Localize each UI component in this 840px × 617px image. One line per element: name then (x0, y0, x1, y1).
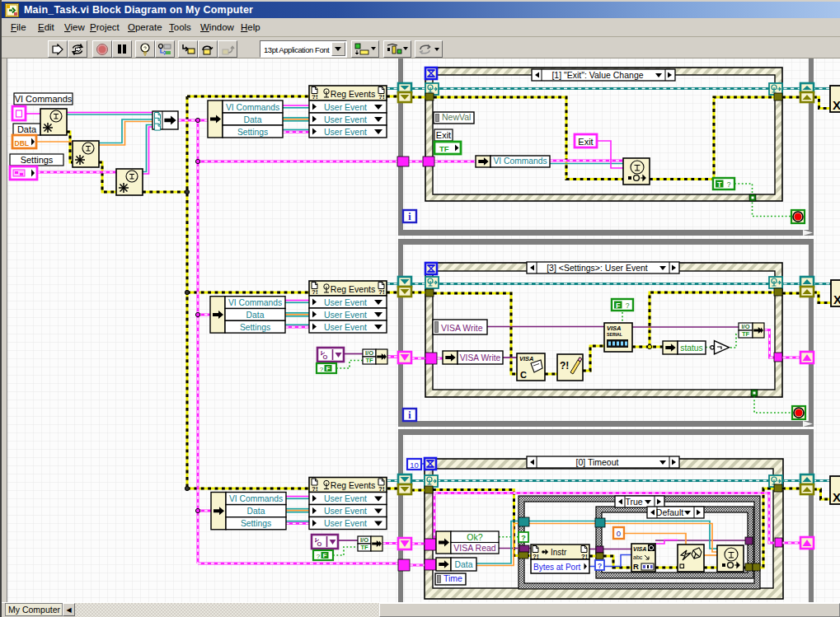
svg-text:?!: ?! (378, 485, 385, 493)
svg-text:User Event: User Event (324, 310, 367, 320)
svg-text:T: T (717, 180, 722, 189)
svg-text:TF: TF (439, 144, 449, 153)
svg-text:User Event: User Event (324, 127, 367, 137)
svg-text:True: True (625, 497, 642, 507)
svg-text:?: ? (727, 180, 731, 189)
svg-text:F: F (616, 301, 621, 310)
svg-text:?!: ?! (560, 360, 569, 372)
svg-text:VI Commands: VI Commands (15, 94, 73, 104)
svg-text:Data: Data (247, 507, 265, 516)
svg-text:Settings: Settings (21, 155, 54, 165)
svg-text:O: O (317, 540, 322, 548)
svg-text:10: 10 (410, 460, 419, 470)
svg-text:Instr: Instr (551, 548, 567, 557)
svg-text:Bytes at Port: Bytes at Port (533, 563, 580, 572)
svg-text:C: C (520, 370, 527, 380)
svg-text:?!: ?! (312, 485, 318, 493)
svg-text:X: X (833, 98, 840, 112)
svg-text:Time: Time (443, 573, 462, 583)
svg-text:Data: Data (244, 115, 262, 124)
svg-text:?!: ?! (581, 553, 588, 560)
svg-text:Settings: Settings (237, 128, 268, 137)
svg-text:Reg Events: Reg Events (331, 284, 375, 294)
svg-text:?: ? (598, 562, 603, 570)
svg-text:I/O: I/O (360, 536, 368, 544)
svg-text:Exit: Exit (436, 130, 451, 140)
svg-text:0: 0 (617, 529, 621, 538)
svg-text:VISA Write: VISA Write (460, 353, 501, 362)
svg-text:TF: TF (360, 544, 368, 551)
svg-text:NewVal: NewVal (442, 112, 471, 122)
svg-text:User Event: User Event (324, 493, 367, 503)
svg-text:I/O: I/O (365, 349, 373, 357)
svg-text:User Event: User Event (324, 518, 367, 528)
svg-text:TF: TF (365, 357, 373, 364)
svg-text:DBL: DBL (15, 139, 29, 147)
svg-text:Settings: Settings (241, 519, 271, 528)
svg-text:VISA: VISA (607, 325, 622, 332)
svg-text:I/O: I/O (741, 323, 749, 330)
svg-text:?!: ?! (312, 288, 318, 296)
svg-text:Exit: Exit (578, 137, 593, 147)
svg-text:?!: ?! (378, 93, 385, 100)
svg-text:TF: TF (742, 330, 750, 338)
svg-text:Ok?: Ok? (467, 532, 482, 542)
svg-text:[1] "Exit": Value Change: [1] "Exit": Value Change (551, 70, 643, 80)
svg-text:VI Commands: VI Commands (493, 157, 547, 166)
svg-text:VISA: VISA (519, 355, 534, 362)
svg-text:VI Commands: VI Commands (228, 298, 282, 307)
svg-text:User Event: User Event (324, 506, 367, 516)
svg-text:F: F (326, 365, 331, 372)
svg-text:X: X (833, 490, 840, 504)
svg-text:Data: Data (246, 311, 265, 320)
svg-text:?!: ?! (533, 553, 539, 560)
svg-text:User Event: User Event (324, 102, 367, 112)
svg-text:?: ? (521, 534, 526, 542)
svg-text:?: ? (320, 366, 324, 373)
svg-text:Data: Data (17, 124, 37, 134)
svg-text:O: O (323, 353, 328, 361)
svg-text:?!: ?! (312, 93, 318, 100)
svg-text:VISA Read: VISA Read (453, 543, 496, 553)
svg-text:[0] Timeout: [0] Timeout (576, 457, 619, 467)
svg-text:Settings: Settings (240, 323, 270, 332)
svg-text:status: status (680, 344, 702, 353)
svg-text:X: X (833, 292, 840, 306)
svg-text:R: R (633, 562, 639, 571)
svg-text:User Event: User Event (324, 322, 367, 332)
svg-text:Reg Events: Reg Events (331, 89, 375, 99)
svg-text:F: F (323, 552, 327, 559)
svg-text:VI Commands: VI Commands (226, 103, 279, 112)
svg-text:User Event: User Event (324, 115, 367, 124)
svg-text:[3] <Settings>: User Event: [3] <Settings>: User Event (547, 263, 648, 273)
svg-text:?: ? (626, 301, 630, 310)
svg-text:Reg Events: Reg Events (331, 480, 375, 490)
svg-text:Default: Default (656, 507, 683, 517)
svg-text:?!: ?! (378, 288, 385, 296)
svg-text:Data: Data (455, 560, 473, 569)
svg-text:VISA: VISA (633, 546, 646, 552)
svg-text:SERIAL: SERIAL (607, 332, 623, 337)
svg-text:abc: abc (633, 554, 643, 560)
svg-text:VI Commands: VI Commands (229, 494, 283, 503)
svg-text:?: ? (317, 553, 321, 560)
svg-text:User Event: User Event (324, 297, 367, 307)
svg-text:VISA Write: VISA Write (441, 323, 483, 333)
